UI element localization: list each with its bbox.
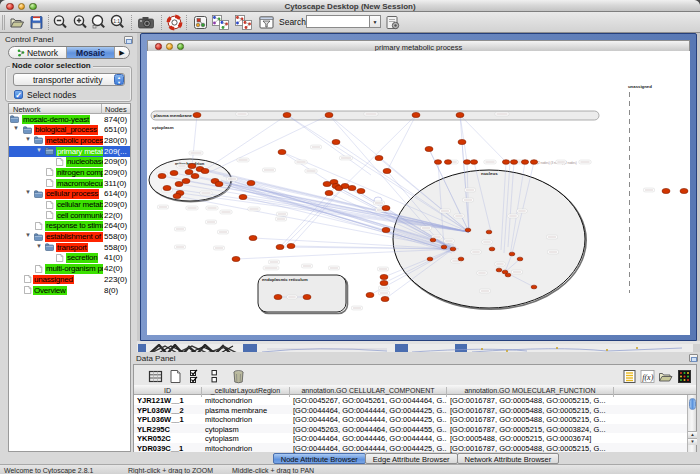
- tree-expander-icon[interactable]: ▼: [36, 243, 42, 249]
- tree-expander-icon[interactable]: ▼: [36, 147, 42, 153]
- network-node[interactable]: [425, 146, 433, 151]
- table-row[interactable]: YJR121W__1mitochondrion[GO:0045267, GO:0…: [134, 395, 696, 405]
- network-node[interactable]: [680, 188, 688, 193]
- search-dropdown-arrow[interactable]: ▼: [369, 15, 381, 28]
- network-edge[interactable]: [192, 115, 197, 166]
- toolbar-drag-handle[interactable]: [2, 15, 5, 30]
- float-panel-icon[interactable]: [124, 36, 133, 44]
- network-node[interactable]: [215, 181, 223, 186]
- network-node[interactable]: [463, 160, 470, 165]
- attribute-table-icon[interactable]: [148, 369, 163, 384]
- network-canvas[interactable]: plasma membranecytoplasmmitochondrionnuc…: [147, 51, 690, 335]
- tabs-overflow-arrow[interactable]: ▶: [115, 47, 129, 58]
- tab-node-attribute-browser[interactable]: Node Attribute Browser: [273, 453, 366, 464]
- tree-node-label[interactable]: cell communication: [56, 211, 103, 221]
- tree-row[interactable]: ▼transport558(0): [9, 242, 130, 253]
- tree-row[interactable]: nucleobase-containing compound209(0): [9, 157, 130, 168]
- scrollbar-thumb[interactable]: [689, 398, 696, 410]
- network-node[interactable]: [382, 205, 390, 210]
- import-attributes-icon[interactable]: [658, 369, 673, 384]
- network-node[interactable]: [662, 188, 670, 193]
- network-edge[interactable]: [210, 115, 329, 172]
- tree-row[interactable]: cellular metabolic process209(0): [9, 200, 130, 211]
- create-view-icon[interactable]: [211, 14, 230, 31]
- network-node[interactable]: [170, 170, 178, 175]
- network-node[interactable]: [458, 139, 466, 144]
- zoom-out-icon[interactable]: [52, 14, 69, 31]
- unselect-attributes-icon[interactable]: [209, 369, 224, 384]
- network-node[interactable]: [239, 194, 247, 199]
- snapshot-icon[interactable]: [137, 14, 155, 31]
- network-node[interactable]: [509, 252, 515, 256]
- tree-node-label[interactable]: nitrogen compound metabolic pr: [56, 168, 103, 178]
- network-graph[interactable]: plasma membranecytoplasmmitochondrionnuc…: [147, 51, 690, 335]
- frame-titlebar[interactable]: primary metabolic process: [147, 40, 690, 51]
- network-node[interactable]: [276, 244, 284, 249]
- heatmap-icon[interactable]: [677, 369, 692, 384]
- table-cell[interactable]: mitochondrion: [202, 444, 290, 453]
- tab-network[interactable]: Network: [9, 47, 67, 58]
- node-color-dropdown[interactable]: transporter activity: [13, 73, 125, 86]
- network-node[interactable]: [434, 160, 441, 165]
- network-node[interactable]: [380, 274, 388, 279]
- zoom-fit-icon[interactable]: 1:1: [109, 14, 126, 31]
- network-node[interactable]: [175, 181, 183, 186]
- tree-node-label[interactable]: response to stimulus: [45, 221, 103, 231]
- network-node[interactable]: [531, 285, 537, 289]
- search-input[interactable]: [306, 15, 369, 28]
- zoom-in-icon[interactable]: [72, 14, 89, 31]
- tree-node-label[interactable]: transport: [56, 243, 88, 253]
- scroll-down-icon[interactable]: ▼: [688, 438, 697, 445]
- tree-node-label[interactable]: macromolecule metabolic proce: [56, 179, 103, 189]
- network-node[interactable]: [381, 296, 389, 301]
- annotation-icon[interactable]: [258, 14, 275, 31]
- network-node[interactable]: [465, 228, 471, 232]
- open-file-icon[interactable]: [9, 14, 26, 31]
- network-node[interactable]: [283, 112, 291, 117]
- network-node[interactable]: [182, 178, 190, 183]
- zoom-selected-icon[interactable]: [90, 14, 107, 31]
- function-builder-icon[interactable]: f(x): [640, 369, 655, 384]
- tree-expander-icon[interactable]: ▼: [25, 189, 31, 195]
- tree-node-label[interactable]: establishment of localization: [45, 232, 103, 242]
- network-edge[interactable]: [460, 115, 467, 162]
- table-row[interactable]: YPL036W__2plasma membrane[GO:0044464, GO…: [134, 405, 696, 415]
- tree-expander-icon[interactable]: ▼: [25, 232, 31, 238]
- network-node[interactable]: [249, 235, 257, 240]
- tree-node-label[interactable]: mosaic-demo-yeast: [22, 115, 90, 125]
- save-icon[interactable]: [28, 14, 45, 31]
- network-node[interactable]: [348, 185, 356, 190]
- network-node[interactable]: [521, 160, 528, 165]
- tree-row[interactable]: secretion41(0): [9, 253, 130, 264]
- network-node[interactable]: [325, 190, 333, 195]
- network-node[interactable]: [470, 160, 477, 165]
- tree-node-label[interactable]: cellular process: [45, 189, 99, 199]
- tree-row[interactable]: Overview8(0): [9, 285, 130, 296]
- network-node[interactable]: [427, 257, 433, 261]
- tree-node-label[interactable]: nucleobase-containing compound: [66, 157, 103, 167]
- network-edge[interactable]: [287, 115, 371, 175]
- tree-row[interactable]: ▼establishment of localization558(0): [9, 232, 130, 243]
- delete-attribute-icon[interactable]: [231, 369, 246, 384]
- tree-column-network[interactable]: Network: [13, 105, 41, 114]
- float-data-panel-icon[interactable]: [689, 354, 698, 362]
- network-node[interactable]: [517, 257, 523, 261]
- table-row[interactable]: YLR295Ccytoplasm[GO:0045263, GO:0044464,…: [134, 424, 696, 434]
- table-scrollbar[interactable]: ▲ ▼: [687, 395, 696, 452]
- tree-row[interactable]: multi-organism process42(0): [9, 264, 130, 275]
- index-icon[interactable]: [384, 14, 401, 31]
- network-node[interactable]: [193, 112, 201, 117]
- network-node[interactable]: [430, 238, 436, 242]
- tree-node-label[interactable]: cellular metabolic process: [56, 200, 103, 210]
- destroy-view-icon[interactable]: [234, 14, 253, 31]
- network-node[interactable]: [530, 160, 537, 165]
- tree-row[interactable]: mosaic-demo-yeast874(0): [9, 114, 130, 125]
- network-node[interactable]: [450, 247, 456, 251]
- network-node[interactable]: [458, 257, 464, 261]
- network-node[interactable]: [357, 188, 365, 193]
- tree-column-nodes[interactable]: Nodes: [105, 105, 127, 114]
- network-node[interactable]: [366, 292, 374, 297]
- network-node[interactable]: [188, 163, 196, 168]
- dropdown-stepper-icon[interactable]: ▲▼: [114, 74, 124, 85]
- network-node[interactable]: [158, 173, 166, 178]
